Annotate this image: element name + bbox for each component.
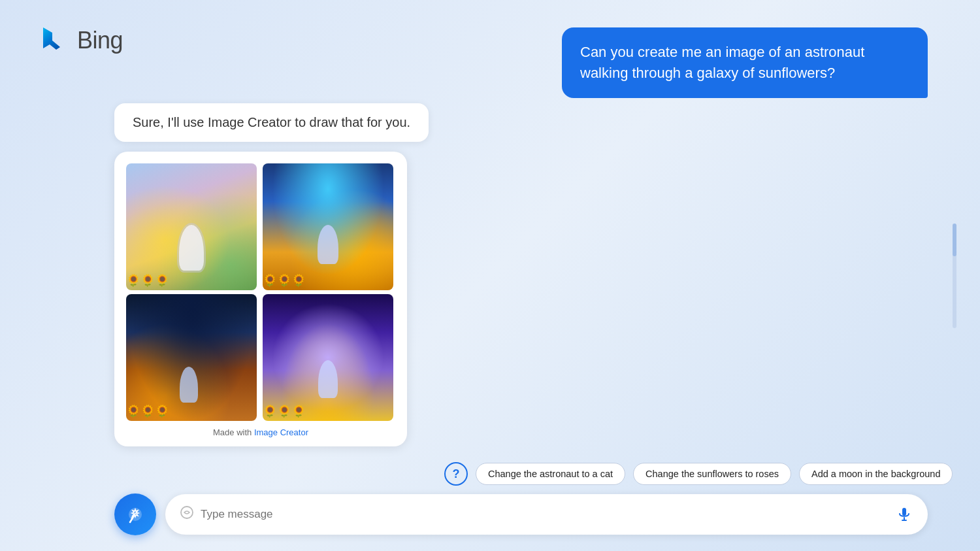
generated-image-1[interactable] (126, 163, 257, 290)
message-input-box[interactable] (165, 494, 928, 535)
chip-change-sunflowers[interactable]: Change the sunflowers to roses (633, 463, 791, 485)
made-with-label: Made with Image Creator (126, 427, 395, 437)
help-icon-button[interactable]: ? (444, 462, 468, 486)
assistant-reply-bubble: Sure, I'll use Image Creator to draw tha… (114, 103, 429, 142)
message-icon (180, 505, 194, 524)
generated-image-3[interactable] (126, 294, 257, 421)
input-bar-area (114, 493, 928, 535)
bing-logo-icon (34, 24, 68, 58)
scroll-thumb (953, 224, 956, 256)
logo-area: Bing (34, 24, 123, 58)
user-message-bubble: Can you create me an image of an astrona… (562, 27, 928, 98)
magic-button[interactable] (114, 493, 156, 535)
generated-image-4[interactable] (263, 294, 393, 421)
magic-wand-icon (125, 504, 146, 525)
svg-point-1 (181, 507, 193, 518)
microphone-button[interactable] (894, 507, 915, 522)
chip-change-astronaut[interactable]: Change the astronaut to a cat (476, 463, 625, 485)
bing-logo-text: Bing (77, 27, 123, 54)
scroll-indicator (953, 224, 956, 328)
assistant-reply-text: Sure, I'll use Image Creator to draw tha… (133, 115, 410, 129)
generated-image-2[interactable] (263, 163, 393, 290)
microphone-icon (896, 507, 912, 522)
chip-add-moon[interactable]: Add a moon in the background (799, 463, 953, 485)
user-message-text: Can you create me an image of an astrona… (580, 44, 864, 81)
made-with-prefix: Made with (213, 427, 254, 437)
image-creator-link[interactable]: Image Creator (254, 427, 308, 437)
svg-rect-2 (902, 508, 906, 516)
message-input[interactable] (201, 508, 887, 521)
image-grid-container: Made with Image Creator (114, 152, 407, 446)
image-grid (126, 163, 395, 421)
suggestion-chips-row: ? Change the astronaut to a cat Change t… (444, 462, 953, 486)
help-question-mark: ? (453, 467, 460, 481)
